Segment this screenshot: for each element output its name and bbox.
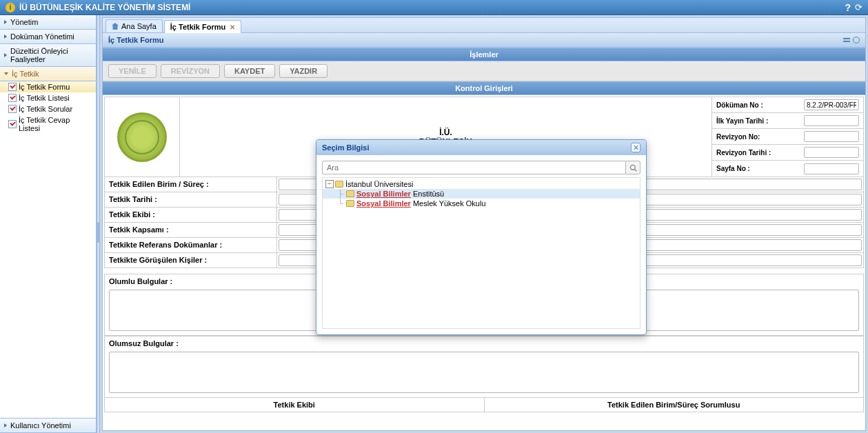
yayin-tarihi-label: İlk Yayın Tarihi : <box>716 117 804 125</box>
referans-label: Tetkikte Referans Dokümanlar : <box>105 238 277 252</box>
dokuman-no-label: Döküman No : <box>716 101 804 109</box>
selection-modal: Seçim Bilgisi ✕ − İstanbul Üniversitesi … <box>316 139 647 335</box>
dokuman-no-input[interactable] <box>804 99 859 110</box>
sidebar-tree: İç Tetkik Formu İç Tetkik Listesi İç Tet… <box>0 81 96 134</box>
tree-item-cevap[interactable]: İç Tetkik Cevap Listesi <box>0 114 96 134</box>
app-title: İÜ BÜTÜNLEŞİK KALİTE YÖNETİM SİSTEMİ <box>19 3 845 12</box>
form-icon <box>8 83 17 91</box>
modal-header[interactable]: Seçim Bilgisi ✕ <box>316 140 646 155</box>
sidebar-section-ictetkik[interactable]: İç Tetkik <box>0 67 96 81</box>
sidebar-section-yonetim[interactable]: Yönetim <box>0 15 96 30</box>
folder-icon <box>346 200 354 207</box>
yayin-tarihi-input[interactable] <box>804 115 859 126</box>
panel-header: İç Tetkik Formu <box>103 33 865 48</box>
section-islemler: İşlemler <box>103 48 865 61</box>
revizyon-tarihi-label: Revizyon Tarihi : <box>716 149 804 157</box>
collapse-toggle-icon[interactable]: − <box>325 180 334 188</box>
svg-line-1 <box>634 169 636 171</box>
meta-cell: Döküman No : İlk Yayın Tarihi : Revizyon… <box>712 97 864 177</box>
university-logo-icon <box>117 112 167 162</box>
sayfa-no-label: Sayfa No : <box>716 165 804 172</box>
revision-button[interactable]: REVİZYON <box>161 64 220 78</box>
tree-node-child-2[interactable]: └ Sosyal Bilimler Meslek Yüksek Okulu <box>323 199 640 208</box>
kapsam-label: Tetkik Kapsamı : <box>105 223 277 237</box>
reload-icon[interactable] <box>853 37 860 43</box>
sidebar-section-dokuman[interactable]: Doküman Yönetimi <box>0 30 96 44</box>
section-kontrol: Kontrol Girişleri <box>103 81 865 95</box>
app-header: İ İÜ BÜTÜNLEŞİK KALİTE YÖNETİM SİSTEMİ ?… <box>0 0 868 15</box>
tab-ic-tetkik-formu[interactable]: İç Tetkik Formu✕ <box>164 20 241 33</box>
panel-title: İç Tetkik Formu <box>108 36 840 44</box>
olumsuz-label: Olumsuz Bulgular : <box>105 336 863 350</box>
save-button[interactable]: KAYDET <box>224 64 275 78</box>
sidebar-section-kullanici[interactable]: Kullanıcı Yönetimi <box>0 419 96 433</box>
modal-search-input[interactable] <box>322 161 625 174</box>
svg-point-0 <box>630 165 635 170</box>
collapse-icon[interactable] <box>843 38 850 42</box>
revizyon-tarihi-input[interactable] <box>804 147 859 158</box>
home-icon <box>112 23 119 30</box>
bottom-col-ekip: Tetkik Ekibi <box>105 398 484 412</box>
bottom-col-sorumlu: Tetkik Edilen Birim/Süreç Sorumlusu <box>484 398 864 412</box>
tree-item-liste[interactable]: İç Tetkik Listesi <box>0 92 96 103</box>
modal-close-button[interactable]: ✕ <box>631 143 640 152</box>
tab-close-icon[interactable]: ✕ <box>230 23 235 31</box>
tree-node-child-1[interactable]: ├ Sosyal Bilimler Enstitüsü <box>323 189 640 199</box>
modal-search-button[interactable] <box>625 161 640 174</box>
tab-strip: Ana Sayfa İç Tetkik Formu✕ <box>102 17 866 32</box>
olumsuz-textarea[interactable] <box>109 352 859 393</box>
tree-item-sorular[interactable]: İç Tetkik Sorular <box>0 103 96 114</box>
birim-label: Tetkik Edilen Birim / Süreç : <box>105 177 277 192</box>
search-icon <box>629 164 637 172</box>
kisiler-label: Tetkikte Görüşülen Kişiler : <box>105 253 277 268</box>
university-logo-cell <box>104 97 180 177</box>
folder-icon <box>335 181 343 188</box>
form-icon <box>8 105 17 113</box>
revizyon-no-label: Revizyon No: <box>716 133 804 141</box>
revizyon-no-input[interactable] <box>804 131 859 142</box>
refresh-icon[interactable]: ⟳ <box>855 2 862 12</box>
tree-item-form[interactable]: İç Tetkik Formu <box>0 81 96 92</box>
tab-ana-sayfa[interactable]: Ana Sayfa <box>105 19 163 32</box>
sidebar-section-duzeltici[interactable]: Düzeltici Önleyici Faaliyetler <box>0 44 96 67</box>
sidebar: Yönetim Doküman Yönetimi Düzeltici Önley… <box>0 15 97 433</box>
tree-node-root[interactable]: − İstanbul Üniversitesi <box>323 179 640 189</box>
ekip-label: Tetkik Ekibi : <box>105 208 277 222</box>
form-icon <box>8 120 17 128</box>
modal-tree: − İstanbul Üniversitesi ├ Sosyal Bilimle… <box>322 177 640 329</box>
modal-title: Seçim Bilgisi <box>322 143 631 152</box>
toolbar: YENİLE REVİZYON KAYDET YAZDIR <box>103 61 865 81</box>
sayfa-no-input[interactable] <box>804 163 859 174</box>
refresh-button[interactable]: YENİLE <box>108 64 157 78</box>
folder-icon <box>346 190 354 197</box>
tarih-label: Tetkik Tarihi : <box>105 192 277 207</box>
help-icon[interactable]: ? <box>845 2 851 13</box>
app-logo-icon: İ <box>6 3 15 12</box>
form-icon <box>8 94 17 102</box>
print-button[interactable]: YAZDIR <box>279 64 327 78</box>
